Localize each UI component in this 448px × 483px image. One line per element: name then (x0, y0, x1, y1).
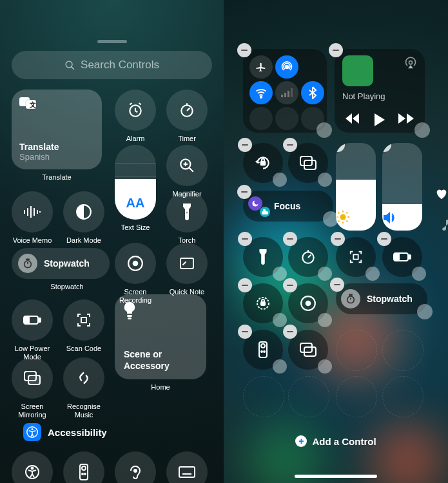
voice-memo-button[interactable]: Voice Memo (12, 191, 53, 245)
svg-line-63 (347, 221, 348, 222)
remove-button[interactable] (329, 43, 343, 57)
timer-cc-button[interactable] (288, 237, 328, 277)
connectivity-tile[interactable] (243, 49, 327, 133)
airdrop-toggle[interactable] (275, 55, 298, 79)
low-power-cc-button[interactable] (382, 237, 422, 277)
svg-text:文: 文 (29, 101, 36, 108)
remove-button[interactable] (238, 278, 252, 292)
empty-slot[interactable] (243, 376, 284, 417)
resize-handle[interactable] (318, 313, 332, 327)
stopwatch-cc-tile[interactable]: Stopwatch (336, 283, 427, 314)
home-card[interactable]: Scene or Accessory Home (115, 294, 206, 379)
translate-title: Translate (19, 142, 59, 152)
accessibility-section-icon (23, 423, 41, 441)
recognise-music-button[interactable]: Recognise Music (63, 357, 104, 419)
resize-handle[interactable] (273, 173, 287, 187)
resize-handle[interactable] (273, 359, 287, 374)
orientation-lock-button[interactable] (243, 143, 283, 183)
mirroring-cc-button-2[interactable] (288, 330, 328, 370)
apple-tv-remote-cc-button[interactable] (243, 330, 283, 370)
hearing-button[interactable] (115, 451, 156, 483)
magnifier-button[interactable]: Magnifier (166, 145, 208, 198)
resize-handle[interactable] (323, 211, 338, 227)
remove-button[interactable] (382, 143, 391, 152)
focus-tile[interactable]: Focus (243, 191, 333, 222)
empty-slot[interactable] (288, 376, 329, 417)
volume-slider[interactable] (382, 143, 422, 231)
stopwatch-cc-label: Stopwatch (367, 294, 413, 304)
remove-button[interactable] (238, 232, 252, 246)
empty-slot[interactable] (336, 330, 377, 371)
remove-button[interactable] (331, 232, 345, 246)
alarm-button[interactable]: Alarm (115, 90, 156, 143)
resize-handle[interactable] (318, 267, 332, 281)
timer-button[interactable]: Timer (166, 90, 208, 143)
resize-handle[interactable] (412, 267, 426, 281)
scan-code-cc-button[interactable] (336, 237, 376, 277)
svg-rect-49 (281, 95, 283, 97)
quick-note-button[interactable]: Quick Note (166, 243, 208, 296)
low-power-button[interactable]: Low Power Mode (12, 299, 53, 361)
screen-mirroring-button[interactable]: Screen Mirroring (12, 357, 53, 419)
empty-slot[interactable] (336, 376, 377, 417)
remove-button[interactable] (283, 232, 297, 246)
remove-button[interactable] (238, 138, 252, 152)
resize-handle[interactable] (317, 122, 332, 138)
flashlight-cc-button[interactable] (243, 237, 283, 277)
brightness-slider[interactable] (336, 143, 376, 231)
remove-button[interactable] (336, 143, 345, 152)
remove-button[interactable] (238, 325, 252, 339)
stopwatch-card[interactable]: Stopwatch Stopwatch (12, 248, 110, 279)
svg-rect-26 (39, 318, 41, 322)
airplane-mode-toggle[interactable] (249, 55, 273, 79)
home-indicator[interactable] (295, 475, 377, 478)
text-size-slider[interactable]: AA Text Size (115, 145, 156, 232)
keyboard-access-button[interactable] (166, 451, 208, 483)
empty-slot[interactable] (382, 376, 424, 417)
lock-rotation-cc-button[interactable] (243, 283, 283, 323)
apple-tv-remote-button[interactable] (63, 451, 104, 483)
search-input[interactable]: Search Controls (12, 51, 212, 79)
remove-button[interactable] (283, 325, 297, 339)
scan-code-button[interactable]: Scan Code (63, 299, 104, 353)
prev-track-icon[interactable] (346, 113, 361, 124)
sheet-grabber[interactable] (97, 40, 127, 43)
svg-point-40 (84, 473, 86, 475)
resize-handle[interactable] (414, 122, 430, 138)
svg-point-34 (32, 428, 34, 430)
remove-button[interactable] (237, 185, 251, 199)
screen-recording-cc-button[interactable] (288, 283, 328, 323)
add-control-button[interactable]: + Add a Control (224, 435, 448, 447)
svg-rect-24 (180, 258, 193, 269)
cellular-data-toggle[interactable] (275, 81, 298, 104)
wifi-toggle[interactable] (249, 81, 273, 104)
resize-handle[interactable] (273, 267, 287, 281)
svg-line-1 (72, 66, 74, 69)
svg-point-48 (260, 96, 262, 98)
bluetooth-toggle[interactable] (301, 81, 324, 104)
accessibility-shortcut-button[interactable] (12, 451, 53, 483)
resize-handle[interactable] (318, 173, 332, 187)
resize-handle[interactable] (417, 304, 433, 319)
resize-handle[interactable] (318, 359, 332, 374)
play-icon[interactable] (374, 113, 385, 126)
remove-button[interactable] (330, 278, 344, 292)
svg-rect-79 (349, 294, 352, 295)
next-track-icon[interactable] (398, 113, 414, 124)
remove-button[interactable] (283, 138, 297, 152)
mirroring-icon (300, 156, 317, 170)
dark-mode-button[interactable]: Dark Mode (63, 191, 104, 245)
svg-point-57 (340, 214, 346, 220)
resize-handle[interactable] (273, 313, 287, 327)
remove-button[interactable] (283, 278, 297, 292)
resize-handle[interactable] (365, 267, 380, 281)
remove-button[interactable] (237, 43, 251, 57)
translate-card[interactable]: 文 Translate Spanish Translate (12, 90, 102, 169)
airplay-audio-icon[interactable] (404, 57, 417, 70)
remove-button[interactable] (377, 232, 391, 246)
translate-icon: 文 (19, 96, 39, 111)
torch-button[interactable]: Torch (166, 191, 208, 245)
media-tile[interactable]: Not Playing (335, 49, 425, 133)
screen-mirroring-cc-button[interactable] (288, 143, 328, 183)
empty-slot[interactable] (382, 330, 424, 371)
